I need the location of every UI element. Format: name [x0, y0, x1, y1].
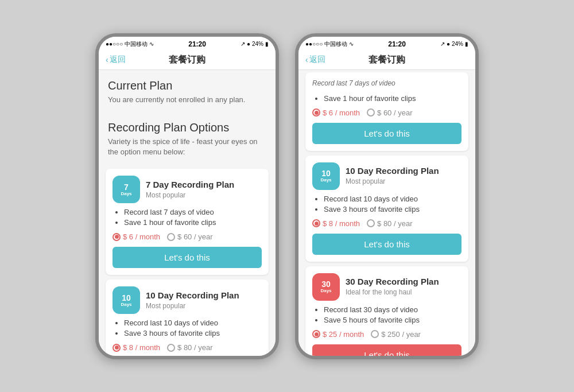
plan-pricing-30day: $ 25 / month $ 250 / year [312, 330, 461, 339]
carrier-name-left: 中国移动 [125, 40, 148, 48]
year-radio-7day[interactable] [167, 233, 175, 241]
plan-header-30day: 30 Days 30 Day Recording Plan Ideal for … [312, 273, 461, 301]
current-plan-subtext: You are currently not enrolled in any pl… [99, 95, 276, 112]
subscribe-btn-10day-right[interactable]: Let's do this [312, 234, 461, 255]
plan-title-7day: 7 Day Recording Plan [146, 180, 234, 189]
back-button-right[interactable]: ‹ 返回 [305, 55, 325, 65]
plan-info-7day: 7 Day Recording Plan Most popular [146, 180, 234, 200]
feature-10day-left-1: Record last 10 days of video [124, 319, 262, 327]
right-phone: ●●○○○ 中国移动 ∿ 21:20 ↗ ● 24% ▮ ‹ 返回 套餐订购 [295, 33, 479, 359]
year-option-7day[interactable]: $ 60 / year [167, 232, 212, 241]
clipped-year-price: $ 60 / year [377, 108, 412, 117]
month-option-10day-left[interactable]: $ 8 / month [113, 343, 160, 352]
plan-icon-7day: 7 Days [113, 176, 140, 203]
nav-title-right: 套餐订购 [369, 54, 405, 66]
clipped-features: Save 1 hour of favorite clips [312, 94, 461, 103]
plan-title-10day-left: 10 Day Recording Plan [146, 290, 239, 300]
carrier-info-left: ●●○○○ 中国移动 ∿ [106, 40, 154, 48]
feature-10day-left-2: Save 3 hours of favorite clips [124, 329, 262, 337]
icon-label-10-right: Days [320, 177, 331, 183]
plan-tag-30day: Ideal for the long haul [346, 288, 412, 296]
wifi-icon: ∿ [149, 41, 154, 47]
feature-30day-2: Save 5 hours of favorite clips [324, 316, 461, 324]
plan-header-10day-right: 10 Days 10 Day Recording Plan Most popul… [312, 162, 461, 190]
plan-pricing-10day-right: $ 8 / month $ 80 / year [312, 219, 461, 228]
plan-header-7day: 7 Days 7 Day Recording Plan Most popular [113, 176, 262, 203]
phones-container: ●●○○○ 中国移动 ∿ 21:20 ↗ ● 24% ▮ ‹ 返回 套餐订购 C… [95, 33, 479, 359]
month-radio-7day[interactable] [113, 233, 121, 241]
plan-icon-10day-right: 10 Days [312, 162, 340, 190]
year-option-30day[interactable]: $ 250 / year [371, 330, 421, 339]
month-option-30day[interactable]: $ 25 / month [312, 330, 364, 339]
year-option-10day-right[interactable]: $ 80 / year [367, 219, 412, 228]
plan-title-10day-right: 10 Day Recording Plan [346, 166, 439, 176]
battery-area-left: ↗ ● 24% ▮ [241, 41, 269, 47]
year-price-30day: $ 250 / year [381, 330, 421, 339]
icon-days-10-right: 10 [321, 169, 331, 177]
clipped-plan-card: Record last 7 days of video Save 1 hour … [305, 72, 468, 151]
plan-info-30day: 30 Day Recording Plan Ideal for the long… [346, 277, 439, 297]
year-radio-10day-left[interactable] [167, 344, 175, 352]
year-price-7day: $ 60 / year [177, 232, 212, 241]
battery-pct-right: 24% [452, 41, 463, 47]
status-bar-left: ●●○○○ 中国移动 ∿ 21:20 ↗ ● 24% ▮ [99, 37, 276, 51]
back-chevron-left: ‹ [106, 55, 108, 64]
plan-card-30day: 30 Days 30 Day Recording Plan Ideal for … [305, 266, 468, 356]
icon-label-10-left: Days [121, 302, 131, 307]
month-radio-30day[interactable] [312, 330, 320, 338]
month-price-10day-right: $ 8 / month [323, 219, 360, 228]
month-option-10day-right[interactable]: $ 8 / month [312, 219, 360, 228]
clipped-month-radio[interactable] [312, 108, 320, 117]
time-right: 21:20 [388, 40, 406, 48]
carrier-info-right: ●●○○○ 中国移动 ∿ [305, 40, 354, 48]
plan-info-10day-left: 10 Day Recording Plan Most popular [146, 290, 239, 311]
right-phone-content: Record last 7 days of video Save 1 hour … [298, 70, 475, 356]
plan-title-30day: 30 Day Recording Plan [346, 277, 439, 286]
plan-features-10day-left: Record last 10 days of video Save 3 hour… [113, 319, 262, 337]
time-left: 21:20 [188, 40, 206, 48]
plan-tag-10day-left: Most popular [146, 302, 185, 310]
battery-pct-left: 24% [252, 41, 263, 47]
year-option-10day-left[interactable]: $ 80 / year [167, 343, 212, 352]
plan-icon-10day-left: 10 Days [113, 286, 140, 314]
year-price-10day-right: $ 80 / year [377, 219, 412, 228]
status-bar-right: ●●○○○ 中国移动 ∿ 21:20 ↗ ● 24% ▮ [298, 37, 475, 51]
signal-dots-right: ●●○○○ [305, 41, 323, 47]
plan-header-10day-left: 10 Days 10 Day Recording Plan Most popul… [113, 286, 262, 314]
feature-7day-2: Save 1 hour of favorite clips [124, 218, 262, 227]
month-radio-10day-left[interactable] [113, 344, 121, 352]
plan-card-10day-right: 10 Days 10 Day Recording Plan Most popul… [305, 156, 468, 262]
nav-bar-right: ‹ 返回 套餐订购 [298, 51, 475, 70]
subscribe-btn-7day-left[interactable]: Let's do this [113, 247, 262, 268]
nav-bar-left: ‹ 返回 套餐订购 [99, 51, 276, 70]
nav-title-left: 套餐订购 [169, 54, 205, 66]
clipped-pricing: $ 6 / month $ 60 / year [312, 108, 461, 117]
carrier-name-right: 中国移动 [324, 40, 347, 48]
recording-options-subtext: Variety is the spice of life - feast you… [99, 137, 276, 164]
icon-days-30: 30 [321, 280, 331, 288]
month-option-7day[interactable]: $ 6 / month [113, 232, 160, 241]
back-button-left[interactable]: ‹ 返回 [106, 55, 126, 65]
subscribe-btn-30day[interactable]: Let's do this [312, 344, 461, 356]
feature-10day-right-1: Record last 10 days of video [324, 195, 461, 203]
clipped-year-option[interactable]: $ 60 / year [367, 108, 412, 117]
back-chevron-right: ‹ [305, 55, 308, 64]
location-icon-right: ↗ [440, 41, 445, 47]
feature-7day-1: Record last 7 days of video [124, 208, 262, 216]
year-radio-10day-right[interactable] [367, 219, 375, 227]
clipped-feature-2: Save 1 hour of favorite clips [324, 94, 461, 103]
wifi-icon-right: ∿ [349, 41, 354, 47]
month-radio-10day-right[interactable] [312, 219, 320, 227]
plan-pricing-10day-left: $ 8 / month $ 80 / year [113, 343, 262, 352]
year-radio-30day[interactable] [371, 330, 379, 338]
year-price-10day-left: $ 80 / year [177, 343, 212, 352]
plan-tag-10day-right: Most popular [346, 177, 385, 185]
plan-icon-30day: 30 Days [312, 273, 340, 301]
clipped-label: Record last 7 days of video [312, 79, 461, 90]
recording-options-heading: Recording Plan Options [99, 112, 276, 137]
clipped-year-radio[interactable] [367, 108, 375, 117]
plan-features-10day-right: Record last 10 days of video Save 3 hour… [312, 195, 461, 214]
clipped-month-option[interactable]: $ 6 / month [312, 108, 360, 117]
clipped-subscribe-btn[interactable]: Let's do this [312, 123, 461, 144]
battery-icon-left: ● [247, 41, 250, 47]
